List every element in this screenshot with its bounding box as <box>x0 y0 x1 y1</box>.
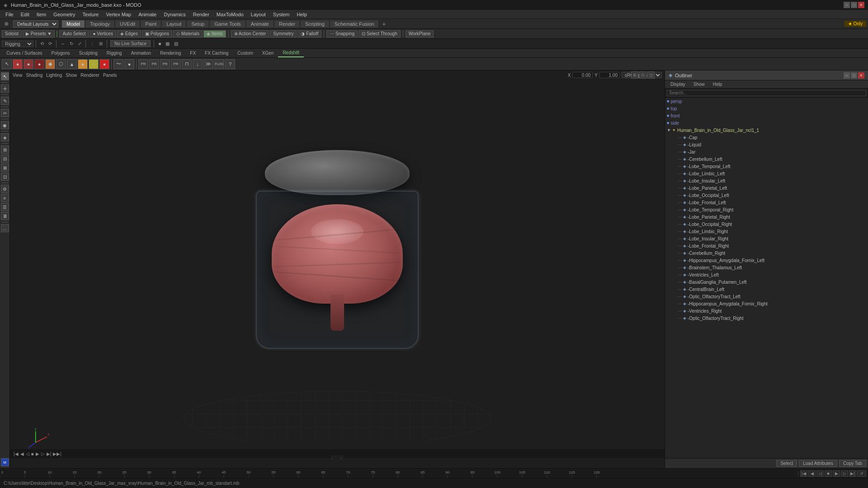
sub-tab-polygons[interactable]: Polygons <box>47 49 74 57</box>
menu-item[interactable]: Item <box>33 11 50 18</box>
vp-step-fwd[interactable]: ▷ <box>41 451 45 456</box>
vp-expand-icon1[interactable]: ⊞ <box>631 71 638 79</box>
close-button[interactable]: ✕ <box>858 2 864 8</box>
vertices-button[interactable]: ● Vertices <box>90 30 116 38</box>
presets-button[interactable]: ▶ Presets ▼ <box>23 30 55 38</box>
outliner-list[interactable]: ■ persp ■ top ■ front ■ side ▼ ✦ Human_B… <box>665 98 868 458</box>
outliner-item-cerebellum-right[interactable]: — ◈ -Cerebellum_Right <box>665 249 868 257</box>
minimize-button[interactable]: − <box>844 2 850 8</box>
sub-tab-rendering[interactable]: Rendering <box>156 49 185 57</box>
tool-sphere2[interactable]: ○ <box>89 59 99 69</box>
polygons-button[interactable]: ▣ Polygons <box>142 30 172 38</box>
sub-tab-curves[interactable]: Curves / Surfaces <box>2 49 47 57</box>
sub-tab-fx[interactable]: FX <box>185 49 200 57</box>
falloff-button[interactable]: ◑ Falloff <box>297 30 321 38</box>
outliner-item-persp[interactable]: ■ persp <box>665 98 868 105</box>
play-step-back[interactable]: ◁ <box>816 470 824 477</box>
tool-orange[interactable]: ◆ <box>45 59 55 69</box>
tool-question[interactable]: ? <box>225 59 235 69</box>
play-prev-frame[interactable]: ◀ <box>808 470 816 477</box>
tool-wave[interactable]: 〜 <box>113 59 123 69</box>
sub-tab-rigging[interactable]: Rigging <box>102 49 127 57</box>
vp-frame-back[interactable]: |◀ <box>14 451 19 456</box>
tool-pr3[interactable]: PR <box>160 59 170 69</box>
layout-tab-animate[interactable]: Animate <box>246 20 274 28</box>
copy-tab-button[interactable]: Copy Tab <box>839 460 866 467</box>
menu-render[interactable]: Render <box>189 11 213 18</box>
play-first-frame[interactable]: |◀ <box>800 470 807 477</box>
tool-bucket[interactable]: ⊓ <box>182 59 192 69</box>
outliner-item-hippocampus-amygdala-fornix-right[interactable]: — ◈ -Hippocampus_Amygdala_Fornix_Right <box>665 300 868 307</box>
out-menu-show[interactable]: Show <box>690 81 708 88</box>
sub-tab-fx-caching[interactable]: FX Caching <box>200 49 233 57</box>
symmetry-button[interactable]: Symmetry <box>270 30 297 38</box>
vp-menu-show[interactable]: Show <box>66 73 77 78</box>
soloist-button[interactable]: Soloist <box>2 30 22 38</box>
outliner-search-input[interactable] <box>667 90 866 96</box>
outliner-item-cerebellum-left[interactable]: — ◈ -Cerebellum_Left <box>665 155 868 163</box>
play-step-fwd[interactable]: ▷ <box>841 470 848 477</box>
vp-last-frame[interactable]: ▶▶| <box>53 451 61 456</box>
load-attributes-button[interactable]: Load Attributes <box>799 460 837 467</box>
viewport[interactable]: View Shading Lighting Show Renderer Pane… <box>10 70 665 468</box>
tool-pr4[interactable]: PR <box>171 59 181 69</box>
tool-pr1[interactable]: PR <box>138 59 148 69</box>
lt-layers3[interactable]: ≣ <box>1 212 9 220</box>
play-loop[interactable]: ↺ <box>857 470 866 477</box>
lt-knife[interactable]: ✂ <box>1 109 9 117</box>
lt-grid2[interactable]: ⊠ <box>1 164 9 172</box>
workplane-button[interactable]: WorkPlane <box>406 30 434 38</box>
lt-move[interactable]: ✛ <box>1 84 9 93</box>
tool-red3[interactable]: ● <box>34 59 44 69</box>
outliner-item-lobe-temporal-left[interactable]: — ◈ -Lobe_Temporal_Left <box>665 163 868 170</box>
sub-tab-xgen[interactable]: XGen <box>258 49 278 57</box>
vp-menu-lighting[interactable]: Lighting <box>46 73 62 78</box>
translate-button[interactable]: ↔ <box>59 41 67 47</box>
lt-magnet[interactable]: ◉ <box>1 121 9 129</box>
action-center-button[interactable]: ⊕ Action Center <box>231 30 269 38</box>
auto-select-button[interactable]: Auto Select <box>59 30 89 38</box>
outliner-item-ventricles-left[interactable]: — ◈ -Ventricles_Left <box>665 271 868 278</box>
vp-menu-panels[interactable]: Panels <box>103 73 117 78</box>
redo-button[interactable]: ⟳ <box>47 41 54 47</box>
menu-geometry[interactable]: Geometry <box>50 11 79 18</box>
menu-layout[interactable]: Layout <box>247 11 269 18</box>
tool-sphere[interactable]: ● <box>78 59 88 69</box>
layout-tab-model[interactable]: Model <box>62 20 85 28</box>
layout-tab-render[interactable]: Render <box>274 20 300 28</box>
outliner-item-brainstem-thalamus-left[interactable]: — ◈ -Brainstem_Thalamus_Left <box>665 264 868 271</box>
materials-button[interactable]: ◇ Materials <box>173 30 203 38</box>
render3[interactable]: ▧ <box>172 41 180 47</box>
tool-red2[interactable]: ● <box>24 59 33 69</box>
outliner-item-lobe-insular-right[interactable]: — ◈ -Lobe_Insular_Right <box>665 235 868 242</box>
vp-play-back[interactable]: ◀ <box>20 451 24 456</box>
vp-frame-fwd[interactable]: ▶| <box>47 451 52 456</box>
play-last-frame[interactable]: ▶| <box>849 470 856 477</box>
render-preview[interactable]: ■ <box>156 41 163 47</box>
undo-button[interactable]: ⟲ <box>38 41 46 47</box>
vp-menu-renderer[interactable]: Renderer <box>80 73 99 78</box>
only-button[interactable]: ★ Only <box>844 21 866 27</box>
snap-button[interactable]: ⋮ <box>88 41 96 47</box>
menu-file[interactable]: File <box>2 11 17 18</box>
outliner-item-lobe-parietal-right[interactable]: — ◈ -Lobe_Parietal_Right <box>665 213 868 221</box>
outliner-item-lobe-parietal-left[interactable]: — ◈ -Lobe_Parietal_Left <box>665 184 868 192</box>
menu-edit[interactable]: Edit <box>17 11 33 18</box>
vp-step-back[interactable]: ◁ <box>26 451 29 456</box>
tool-pr2[interactable]: PR <box>149 59 159 69</box>
menu-system[interactable]: System <box>269 11 293 18</box>
coord-y-input[interactable] <box>599 72 620 78</box>
items-button[interactable]: ◈ Items <box>203 30 226 38</box>
outliner-item-front[interactable]: ■ front <box>665 112 868 119</box>
menu-maxtoModo[interactable]: MaxToModo <box>213 11 247 18</box>
tool-red-circle[interactable]: ● <box>99 59 109 69</box>
tool-arrow-down[interactable]: ↓ <box>193 59 203 69</box>
outliner-item-liquid[interactable]: — ◈ -Liquid <box>665 141 868 148</box>
select-through-button[interactable]: ⊡ Select Through <box>359 30 400 38</box>
layout-tab-schematic-fusion[interactable]: Schematic Fusion <box>330 20 379 28</box>
timeline-ruler[interactable]: 0 5 10 15 20 25 30 35 40 45 50 <box>0 469 798 478</box>
menu-texture[interactable]: Texture <box>79 11 102 18</box>
outliner-item-ventricles-right[interactable]: — ◈ -Ventricles_Right <box>665 307 868 314</box>
sub-tab-custom[interactable]: Custom <box>233 49 257 57</box>
out-menu-help[interactable]: Help <box>709 81 726 88</box>
